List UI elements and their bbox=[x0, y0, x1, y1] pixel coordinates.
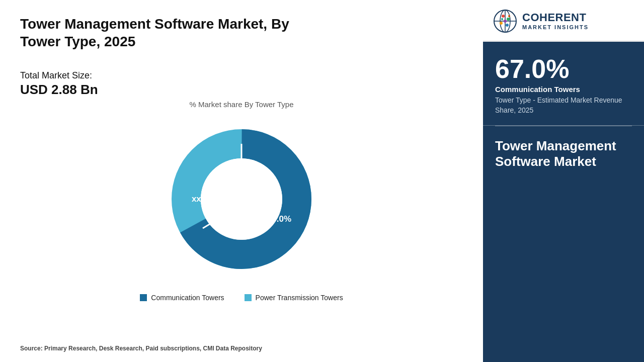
donut-chart: xx.x% 67.0% bbox=[156, 114, 327, 285]
donut-svg: xx.x% 67.0% bbox=[156, 114, 327, 285]
sidebar-info-desc: Tower Type - Estimated Market Revenue Sh… bbox=[495, 96, 632, 115]
left-panel: Tower Management Software Market, By Tow… bbox=[0, 0, 483, 362]
source-text: Source: Primary Research, Desk Research,… bbox=[20, 340, 463, 352]
logo-icon bbox=[493, 9, 517, 33]
svg-point-6 bbox=[500, 22, 503, 25]
logo-name: COHERENT bbox=[522, 12, 589, 23]
legend-color-communication bbox=[140, 294, 147, 301]
segment-label-large: 67.0% bbox=[267, 214, 291, 224]
legend-item-power: Power Transmission Towers bbox=[245, 294, 343, 302]
sidebar-bottom-title: Tower Management Software Market bbox=[495, 138, 632, 169]
segment-label-small: xx.x% bbox=[192, 194, 216, 204]
logo-area: COHERENT MARKET INSIGHTS bbox=[483, 0, 644, 42]
svg-point-7 bbox=[506, 24, 509, 27]
svg-point-9 bbox=[501, 18, 503, 20]
page-title: Tower Management Software Market, By Tow… bbox=[20, 15, 322, 50]
legend-label-power: Power Transmission Towers bbox=[256, 294, 343, 302]
source-content: Primary Research, Desk Research, Paid su… bbox=[43, 345, 262, 352]
sidebar-big-percent: 67.0% bbox=[495, 56, 632, 82]
right-panel: COHERENT MARKET INSIGHTS 67.0% Communica… bbox=[483, 0, 644, 362]
sidebar-info-bold: Communication Towers bbox=[495, 85, 632, 94]
legend-item-communication: Communication Towers bbox=[140, 294, 224, 302]
market-info: Total Market Size: USD 2.88 Bn bbox=[20, 65, 463, 98]
logo-text-area: COHERENT MARKET INSIGHTS bbox=[522, 12, 589, 30]
chart-area: % Market share By Tower Type bbox=[20, 100, 463, 340]
source-prefix: Source: bbox=[20, 345, 43, 352]
svg-point-4 bbox=[502, 15, 505, 18]
market-size-value: USD 2.88 Bn bbox=[20, 82, 463, 98]
svg-point-5 bbox=[507, 18, 510, 21]
market-size-label: Total Market Size: bbox=[20, 70, 463, 81]
chart-subtitle: % Market share By Tower Type bbox=[189, 100, 293, 109]
legend-color-power bbox=[245, 294, 252, 301]
sidebar-bottom-section: Tower Management Software Market bbox=[483, 126, 644, 179]
svg-point-10 bbox=[508, 15, 510, 17]
sidebar-info-section: 67.0% Communication Towers Tower Type - … bbox=[483, 42, 644, 126]
legend-label-communication: Communication Towers bbox=[151, 294, 224, 302]
chart-legend: Communication Towers Power Transmission … bbox=[140, 294, 343, 302]
svg-point-8 bbox=[504, 20, 507, 23]
logo-sub: MARKET INSIGHTS bbox=[522, 24, 589, 30]
